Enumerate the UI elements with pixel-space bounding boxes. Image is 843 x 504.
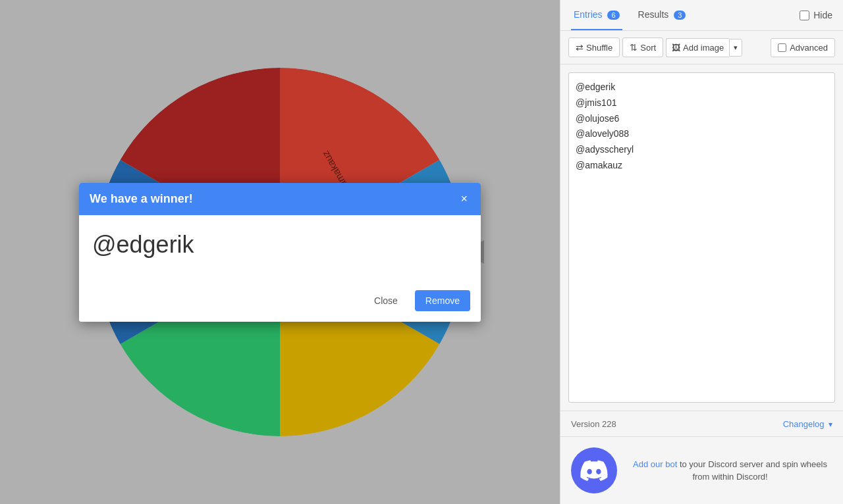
close-button[interactable]: Close (364, 290, 408, 311)
modal-overlay: We have a winner! × @edgerik Close Remov… (0, 0, 560, 504)
shuffle-icon: ⇄ (576, 42, 584, 53)
sort-button[interactable]: ⇅ Sort (622, 38, 663, 57)
modal-footer: Close Remove (79, 285, 481, 322)
advanced-button[interactable]: Advanced (771, 38, 835, 57)
right-panel: Entries 6 Results 3 Hide ⇄ Shuffle ⇅ Sor… (560, 0, 843, 504)
hide-checkbox[interactable] (800, 11, 809, 20)
sort-icon: ⇅ (630, 42, 638, 53)
discord-icon (580, 460, 608, 481)
add-image-arrow[interactable]: ▾ (729, 39, 742, 57)
remove-button[interactable]: Remove (415, 290, 470, 311)
hide-label: Hide (813, 10, 832, 20)
discord-logo (571, 447, 617, 493)
entries-badge: 6 (607, 11, 619, 20)
hide-area: Hide (800, 10, 832, 20)
tab-results[interactable]: Results 3 (636, 0, 689, 30)
modal-close-button[interactable]: × (458, 193, 470, 205)
results-badge: 3 (674, 11, 686, 20)
add-image-button[interactable]: 🖼 Add image (666, 38, 729, 57)
changelog-link[interactable]: Changelog (783, 419, 825, 429)
entries-textarea[interactable]: @edgerik @jmis101 @olujose6 @alovely088 … (568, 72, 835, 403)
shuffle-button[interactable]: ⇄ Shuffle (568, 38, 620, 57)
changelog-area: Changelog ▾ (783, 418, 832, 430)
add-image-dropdown: 🖼 Add image ▾ (666, 38, 742, 57)
modal-title: We have a winner! (90, 192, 193, 206)
discord-section: Add our bot to your Discord server and s… (560, 436, 843, 504)
advanced-checkbox[interactable] (778, 43, 786, 52)
modal-header: We have a winner! × (79, 183, 481, 215)
winner-name: @edgerik (92, 231, 468, 272)
wheel-area: @jmis101 @edgerik @olujose6 @alovely088 … (0, 0, 560, 504)
tab-entries[interactable]: Entries 6 (571, 0, 622, 30)
image-icon: 🖼 (672, 43, 680, 53)
changelog-arrow: ▾ (829, 420, 832, 429)
modal-body: @edgerik (79, 215, 481, 285)
panel-footer: Version 228 Changelog ▾ (560, 411, 843, 436)
version-text: Version 228 (571, 419, 616, 429)
toolbar: ⇄ Shuffle ⇅ Sort 🖼 Add image ▾ Advanced (560, 31, 843, 64)
entries-container: @edgerik @jmis101 @olujose6 @alovely088 … (560, 64, 843, 411)
winner-modal: We have a winner! × @edgerik Close Remov… (79, 183, 481, 322)
discord-text: Add our bot to your Discord server and s… (628, 458, 832, 484)
discord-bot-link[interactable]: Add our bot (633, 459, 677, 469)
tabs-row: Entries 6 Results 3 Hide (560, 0, 843, 31)
